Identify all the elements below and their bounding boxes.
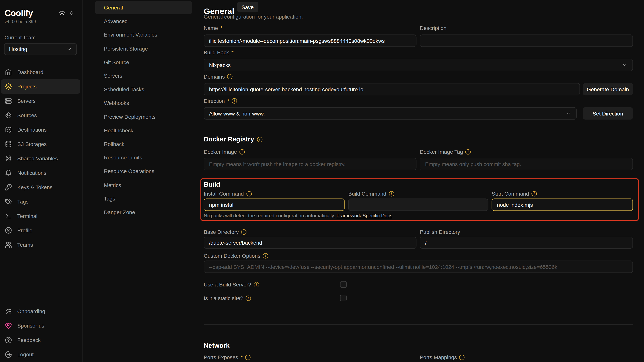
info-icon[interactable]: i xyxy=(241,229,246,234)
sidebar-item-label: Sponsor us xyxy=(17,323,44,329)
docker-image-tag-label: Docker Image Tagi xyxy=(420,148,471,155)
subnav-item-webhooks[interactable]: Webhooks xyxy=(95,96,192,110)
publish-directory-input[interactable] xyxy=(420,237,633,249)
sun-icon[interactable] xyxy=(59,10,65,16)
use-build-server-checkbox[interactable] xyxy=(340,281,347,288)
install-command-label: Install Commandi xyxy=(204,190,252,197)
chevrons-up-down-icon[interactable] xyxy=(69,10,74,16)
info-icon[interactable]: i xyxy=(232,98,237,103)
sidebar-item-s3-storages[interactable]: S3 Storages xyxy=(0,137,82,151)
required-mark: * xyxy=(241,354,243,360)
set-direction-button[interactable]: Set Direction xyxy=(583,107,633,120)
sidebar-item-projects[interactable]: Projects xyxy=(1,79,80,94)
build-pack-value: Nixpacks xyxy=(209,62,231,68)
sidebar-item-label: Tags xyxy=(17,199,28,205)
sidebar-item-destinations[interactable]: Destinations xyxy=(0,123,82,137)
subnav-item-environment-variables[interactable]: Environment Variables xyxy=(95,28,192,42)
info-icon[interactable]: i xyxy=(532,191,537,196)
sidebar: Coolify v4.0.0-beta.399 Current Team Hos… xyxy=(0,0,82,362)
sidebar-item-sponsor-us[interactable]: Sponsor us xyxy=(0,318,82,333)
sidebar-item-label: Notifications xyxy=(17,170,46,176)
database-icon xyxy=(5,141,12,148)
subnav-item-tags[interactable]: Tags xyxy=(95,192,192,205)
info-icon[interactable]: i xyxy=(254,282,259,287)
sidebar-item-label: Projects xyxy=(17,84,36,90)
subnav-item-git-source[interactable]: Git Source xyxy=(95,56,192,69)
help-circle-icon xyxy=(5,337,12,344)
terminal-icon xyxy=(5,212,12,219)
static-site-checkbox[interactable] xyxy=(340,295,347,301)
info-icon[interactable]: i xyxy=(246,295,251,301)
info-icon[interactable]: i xyxy=(239,149,244,154)
sidebar-item-label: Profile xyxy=(17,227,32,234)
build-pack-select[interactable]: Nixpacks xyxy=(204,59,633,71)
team-select-value: Hosting xyxy=(9,46,27,52)
ports-exposes-label: Ports Exposes*i xyxy=(204,354,250,360)
sidebar-item-tags[interactable]: Tags xyxy=(0,194,82,209)
sidebar-item-sources[interactable]: Sources xyxy=(0,108,82,123)
sidebar-item-teams[interactable]: Teams xyxy=(0,238,82,252)
base-directory-label: Base Directoryi xyxy=(204,228,246,235)
info-icon[interactable]: i xyxy=(246,191,252,196)
sidebar-item-label: Dashboard xyxy=(17,69,43,75)
subnav-item-healthcheck[interactable]: Healthcheck xyxy=(95,124,192,137)
subnav-item-scheduled-tasks[interactable]: Scheduled Tasks xyxy=(95,83,192,96)
build-command-input[interactable] xyxy=(348,199,488,211)
sidebar-item-label: Servers xyxy=(17,98,36,104)
domains-input[interactable] xyxy=(204,83,580,95)
info-icon[interactable]: i xyxy=(263,253,268,258)
info-icon[interactable]: i xyxy=(466,149,471,154)
start-command-input[interactable] xyxy=(492,199,633,211)
subnav-item-metrics[interactable]: Metrics xyxy=(95,178,192,192)
subnav-item-preview-deployments[interactable]: Preview Deployments xyxy=(95,110,192,124)
framework-docs-link[interactable]: Framework Specific Docs xyxy=(336,213,392,219)
sidebar-item-logout[interactable]: Logout xyxy=(0,347,82,361)
install-command-input[interactable] xyxy=(204,199,345,211)
name-input[interactable] xyxy=(204,35,416,47)
sidebar-item-shared-variables[interactable]: Shared Variables xyxy=(0,151,82,166)
info-icon[interactable]: i xyxy=(389,191,394,196)
base-directory-input[interactable] xyxy=(204,237,416,249)
sidebar-item-label: S3 Storages xyxy=(17,141,46,147)
sidebar-item-feedback[interactable]: Feedback xyxy=(0,333,82,347)
subnav-item-advanced[interactable]: Advanced xyxy=(95,15,192,28)
sidebar-item-label: Teams xyxy=(17,242,33,248)
sidebar-item-onboarding[interactable]: Onboarding xyxy=(0,304,82,318)
subnav-item-persistent-storage[interactable]: Persistent Storage xyxy=(95,42,192,55)
docker-image-input[interactable] xyxy=(204,158,416,170)
team-select[interactable]: Hosting xyxy=(4,43,77,55)
docker-image-tag-input[interactable] xyxy=(420,158,633,170)
build-helper-text: Nixpacks will detect the required config… xyxy=(204,213,392,219)
custom-docker-options-input[interactable] xyxy=(204,260,633,273)
subnav-item-general[interactable]: General xyxy=(95,1,192,15)
subnav-item-resource-limits[interactable]: Resource Limits xyxy=(95,151,192,165)
subnav-item-rollback[interactable]: Rollback xyxy=(95,137,192,151)
sidebar-item-servers[interactable]: Servers xyxy=(0,94,82,108)
subnav-item-servers[interactable]: Servers xyxy=(95,69,192,83)
sidebar-item-keys-tokens[interactable]: Keys & Tokens xyxy=(0,180,82,194)
subnav-item-danger-zone[interactable]: Danger Zone xyxy=(95,205,192,219)
variable-icon xyxy=(5,155,12,162)
info-icon[interactable]: i xyxy=(257,137,262,142)
current-team-label: Current Team xyxy=(4,35,36,41)
description-input[interactable] xyxy=(420,35,633,47)
sidebar-item-label: Destinations xyxy=(17,127,46,133)
sidebar-item-notifications[interactable]: Notifications xyxy=(0,166,82,180)
info-icon[interactable]: i xyxy=(459,354,465,360)
sidebar-item-profile[interactable]: Profile xyxy=(0,223,82,238)
generate-domain-button[interactable]: Generate Domain xyxy=(583,83,633,95)
app-logo[interactable]: Coolify xyxy=(4,8,33,18)
save-button[interactable]: Save xyxy=(237,2,258,12)
info-icon[interactable]: i xyxy=(245,354,250,360)
sidebar-item-label: Onboarding xyxy=(17,308,45,314)
layers-icon xyxy=(5,83,12,90)
docker-registry-heading: Docker Registryi xyxy=(204,136,262,143)
user-circle-icon xyxy=(5,227,12,234)
home-icon xyxy=(5,69,12,76)
direction-select[interactable]: Allow www & non-www. xyxy=(204,107,577,120)
sidebar-item-dashboard[interactable]: Dashboard xyxy=(0,65,82,79)
subnav-item-resource-operations[interactable]: Resource Operations xyxy=(95,165,192,178)
sidebar-item-terminal[interactable]: Terminal xyxy=(0,209,82,223)
info-icon[interactable]: i xyxy=(227,74,232,79)
sidebar-nav: Dashboard Projects Servers Sources Desti… xyxy=(0,65,82,252)
